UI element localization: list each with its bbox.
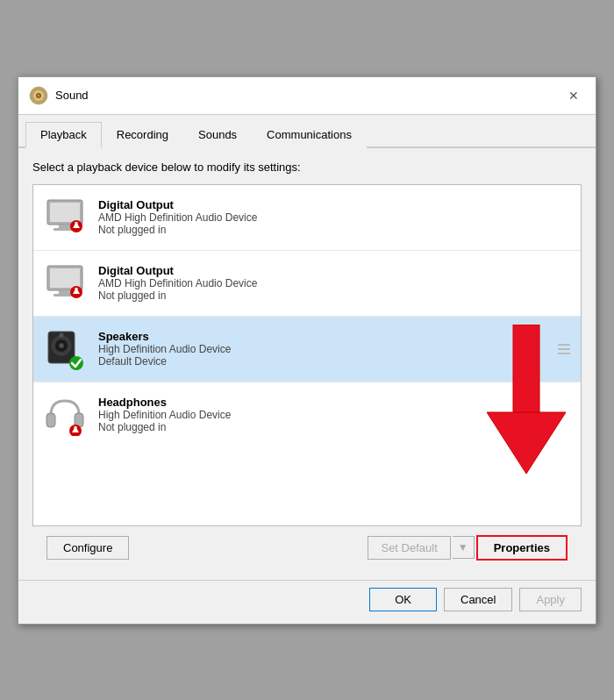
svg-rect-17 <box>75 288 78 292</box>
device-status-1: Not plugged in <box>98 224 574 236</box>
device-name-1: Digital Output <box>98 198 574 211</box>
sound-icon <box>29 86 48 105</box>
bottom-controls: Configure Set Default ▼ Properties <box>32 526 582 568</box>
device-status-headphones: Not plugged in <box>98 421 574 433</box>
device-name-speakers: Speakers <box>98 330 558 343</box>
device-desc-speakers: High Definition Audio Device <box>98 343 558 355</box>
tab-content: Select a playback device below to modify… <box>18 148 596 580</box>
device-status-2: Not plugged in <box>98 289 574 302</box>
svg-point-3 <box>38 94 39 96</box>
device-desc-1: AMD High Definition Audio Device <box>98 211 574 224</box>
close-button[interactable]: ✕ <box>562 84 585 107</box>
device-desc-headphones: High Definition Audio Device <box>98 409 574 421</box>
svg-rect-25 <box>46 413 55 427</box>
device-name-headphones: Headphones <box>98 396 574 409</box>
svg-rect-10 <box>75 222 78 226</box>
scrollbar-indicator <box>558 344 570 354</box>
monitor-svg-1 <box>43 198 87 237</box>
title-bar: Sound ✕ <box>18 77 596 115</box>
device-icon-headphones <box>40 391 89 439</box>
svg-point-23 <box>60 332 64 337</box>
set-default-button[interactable]: Set Default <box>368 536 450 560</box>
monitor-svg-2 <box>43 264 87 303</box>
svg-rect-5 <box>50 203 80 222</box>
set-default-dropdown[interactable]: ▼ <box>453 536 475 559</box>
headphones-svg <box>42 394 88 436</box>
device-icon-monitor-1 <box>40 194 89 241</box>
cancel-button[interactable]: Cancel <box>444 588 512 611</box>
svg-point-22 <box>61 344 62 346</box>
device-info-1: Digital Output AMD High Definition Audio… <box>89 198 574 236</box>
sound-dialog: Sound ✕ Playback Recording Sounds Commun… <box>18 76 596 625</box>
svg-rect-6 <box>59 225 71 228</box>
device-list[interactable]: Digital Output AMD High Definition Audio… <box>32 184 582 526</box>
svg-rect-29 <box>75 426 77 431</box>
dialog-title: Sound <box>55 89 89 102</box>
svg-rect-13 <box>59 290 71 294</box>
tab-recording[interactable]: Recording <box>102 122 183 148</box>
device-info-headphones: Headphones High Definition Audio Device … <box>89 396 574 433</box>
tab-communications[interactable]: Communications <box>252 122 367 148</box>
device-info-2: Digital Output AMD High Definition Audio… <box>89 264 574 302</box>
device-item-headphones[interactable]: Headphones High Definition Audio Device … <box>33 382 581 447</box>
tab-bar: Playback Recording Sounds Communications <box>18 115 596 148</box>
device-icon-monitor-2 <box>40 260 89 307</box>
device-icon-speakers <box>40 325 89 373</box>
device-desc-2: AMD High Definition Audio Device <box>98 277 574 289</box>
instruction-text: Select a playback device below to modify… <box>32 161 582 174</box>
title-bar-left: Sound <box>29 86 89 105</box>
tab-playback[interactable]: Playback <box>25 122 102 148</box>
device-list-container: Digital Output AMD High Definition Audio… <box>32 184 582 526</box>
device-info-speakers: Speakers High Definition Audio Device De… <box>89 330 558 368</box>
tab-sounds[interactable]: Sounds <box>183 122 252 148</box>
dialog-footer: OK Cancel Apply <box>18 580 596 624</box>
device-item-digital-output-1[interactable]: Digital Output AMD High Definition Audio… <box>33 185 581 251</box>
speakers-svg <box>43 328 87 370</box>
ok-button[interactable]: OK <box>369 588 437 611</box>
device-item-speakers[interactable]: Speakers High Definition Audio Device De… <box>33 317 581 382</box>
svg-rect-12 <box>50 268 80 288</box>
device-name-2: Digital Output <box>98 264 574 277</box>
apply-button[interactable]: Apply <box>519 588 582 611</box>
properties-button[interactable]: Properties <box>476 535 568 561</box>
device-item-digital-output-2[interactable]: Digital Output AMD High Definition Audio… <box>33 251 581 317</box>
set-default-group: Set Default ▼ Properties <box>368 535 568 561</box>
device-status-speakers: Default Device <box>98 355 558 368</box>
configure-button[interactable]: Configure <box>46 536 129 560</box>
